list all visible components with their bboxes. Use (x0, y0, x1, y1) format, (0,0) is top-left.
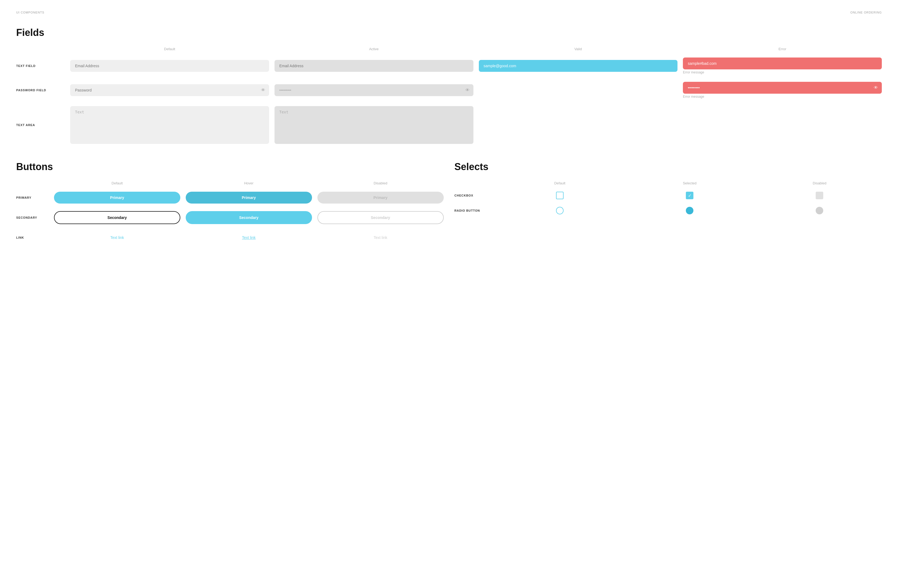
text-field-default-wrapper (70, 60, 269, 72)
password-error-inner: 👁︎ (683, 82, 882, 94)
fields-col-header-3: Valid (479, 47, 678, 51)
radio-default[interactable] (556, 207, 564, 214)
primary-default-button[interactable]: Primary (54, 192, 180, 203)
radio-disabled (816, 207, 823, 214)
selects-col-header-3: Disabled (757, 181, 882, 185)
buttons-col-header-1: Default (54, 181, 180, 185)
text-field-active[interactable] (275, 60, 474, 72)
fields-col-header-4: Error (683, 47, 882, 51)
secondary-disabled-button: Secondary (317, 211, 444, 224)
buttons-col-header-2: Hover (186, 181, 312, 185)
password-field-active[interactable] (275, 84, 474, 96)
buttons-col-header-0 (16, 181, 49, 185)
secondary-default-button[interactable]: Secondary (54, 211, 180, 224)
link-label: LINK (16, 236, 49, 239)
primary-label: PRIMARY (16, 196, 49, 199)
checkbox-selected-cell: ✓ (627, 192, 752, 199)
selects-section: Selects Default Selected Disabled CHECKB… (455, 161, 882, 251)
text-field-valid-wrapper (479, 60, 678, 72)
text-field-error-message: Error message (683, 71, 882, 74)
secondary-label: SECONDARY (16, 216, 49, 219)
fields-col-headers: Default Active Valid Error (16, 47, 882, 51)
checkbox-row: CHECKBOX ✓ (455, 192, 882, 199)
top-bar: UI COMPONENTS ONLINE ORDERING (16, 11, 882, 14)
top-bar-right: ONLINE ORDERING (850, 11, 882, 14)
password-field-error[interactable] (683, 82, 882, 94)
radio-row: RADIO BUTTON (455, 207, 882, 214)
password-field-label: PASSWORD FIELD (16, 89, 65, 92)
fields-col-header-2: Active (275, 47, 474, 51)
buttons-col-header-3: Disabled (317, 181, 444, 185)
text-field-active-wrapper (275, 60, 474, 72)
password-default-wrapper: 👁︎ (70, 84, 269, 96)
link-button-row: LINK Text link Text link Text link (16, 232, 444, 243)
eye-icon-active[interactable]: 👁︎ (465, 88, 470, 92)
buttons-col-headers: Default Hover Disabled (16, 181, 444, 185)
text-field-error[interactable] (683, 57, 882, 69)
fields-section: Fields Default Active Valid Error TEXT F… (16, 27, 882, 144)
checkbox-disabled-cell (757, 192, 882, 199)
text-field-label: TEXT FIELD (16, 64, 65, 68)
selects-col-header-0 (455, 181, 492, 185)
radio-default-cell (498, 207, 622, 214)
selects-col-headers: Default Selected Disabled (455, 181, 882, 185)
fields-col-header-1: Default (70, 47, 269, 51)
fields-col-header-0 (16, 47, 65, 51)
radio-label: RADIO BUTTON (455, 209, 492, 212)
checkbox-disabled (816, 192, 823, 199)
checkbox-default-cell (498, 192, 622, 199)
password-error-message: Error message (683, 95, 882, 99)
radio-selected-cell (627, 207, 752, 214)
password-field-row: PASSWORD FIELD 👁︎ 👁︎ 👁︎ Error message (16, 82, 882, 99)
textarea-row: TEXT AREA Text Text (16, 106, 882, 144)
link-default-button[interactable]: Text link (54, 232, 180, 243)
link-hover-button[interactable]: Text link (186, 232, 312, 243)
buttons-section: Buttons Default Hover Disabled PRIMARY P… (16, 161, 444, 251)
text-field-error-wrapper: Error message (683, 57, 882, 74)
text-field-row: TEXT FIELD Error message (16, 57, 882, 74)
eye-icon-default[interactable]: 👁︎ (261, 88, 265, 92)
checkbox-default[interactable] (556, 192, 564, 199)
password-error-wrapper: 👁︎ Error message (683, 82, 882, 99)
textarea-active[interactable]: Text (275, 106, 474, 144)
secondary-hover-button[interactable]: Secondary (186, 211, 312, 224)
top-bar-left: UI COMPONENTS (16, 11, 44, 14)
text-field-default[interactable] (70, 60, 269, 72)
password-field-default[interactable] (70, 84, 269, 96)
textarea-default[interactable]: Text (70, 106, 269, 144)
eye-icon-error[interactable]: 👁︎ (874, 85, 878, 90)
radio-disabled-cell (757, 207, 882, 214)
checkbox-selected[interactable]: ✓ (686, 192, 693, 199)
selects-title: Selects (455, 161, 882, 172)
radio-selected[interactable] (686, 207, 693, 214)
primary-hover-button[interactable]: Primary (186, 192, 312, 203)
selects-col-header-2: Selected (627, 181, 752, 185)
secondary-button-row: SECONDARY Secondary Secondary Secondary (16, 211, 444, 224)
bottom-sections: Buttons Default Hover Disabled PRIMARY P… (16, 161, 882, 251)
checkbox-label: CHECKBOX (455, 194, 492, 197)
primary-button-row: PRIMARY Primary Primary Primary (16, 192, 444, 203)
textarea-label: TEXT AREA (16, 123, 65, 126)
fields-title: Fields (16, 27, 882, 38)
selects-col-header-1: Default (498, 181, 622, 185)
text-field-valid[interactable] (479, 60, 678, 72)
buttons-title: Buttons (16, 161, 444, 172)
password-active-wrapper: 👁︎ (275, 84, 474, 96)
link-disabled-button: Text link (317, 232, 444, 243)
primary-disabled-button: Primary (317, 192, 444, 203)
